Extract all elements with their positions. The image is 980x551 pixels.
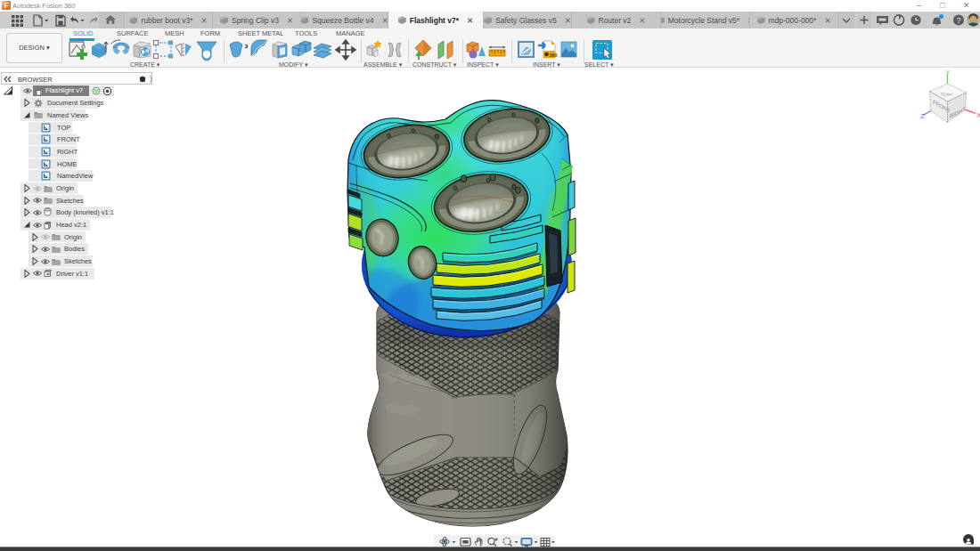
svg-text:360: 360 xyxy=(550,53,558,58)
svg-text:?: ? xyxy=(956,16,960,25)
svg-text:BROWSER: BROWSER xyxy=(18,76,53,84)
svg-text:Z: Z xyxy=(920,112,925,120)
svg-text:X: X xyxy=(976,111,980,119)
svg-text:Y: Y xyxy=(945,69,951,77)
